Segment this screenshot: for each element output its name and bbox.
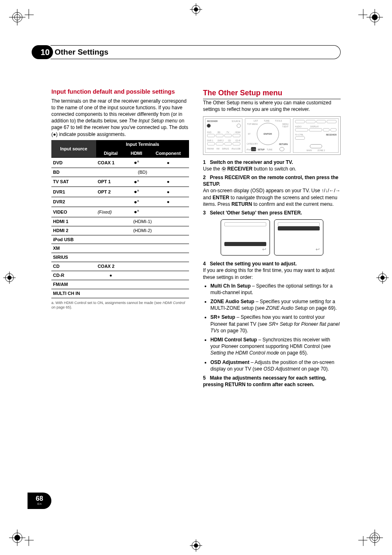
table-cell-hdmi: ●a xyxy=(126,197,148,207)
intro-link: The Input Setup menu xyxy=(129,118,178,124)
table-cell-component xyxy=(148,280,189,289)
list-item: OSD Adjustment – Adjusts the position of… xyxy=(210,359,341,372)
list-item: HDMI Control Setup – Synchronizes this r… xyxy=(210,336,341,357)
table-row: DVR2●a● xyxy=(51,197,189,207)
step2-arrows: ↑/↓/←/→ xyxy=(321,188,340,193)
table-row-source: XM xyxy=(51,244,96,253)
table-cell-digital xyxy=(96,280,126,289)
table-cell-digital: OPT 2 xyxy=(96,187,126,197)
remote-label-list: LIST xyxy=(254,120,258,122)
remote-label-audio: AUDIO xyxy=(295,125,302,128)
remote-label-setup: SETUP xyxy=(258,148,265,151)
table-cell-hdmi xyxy=(126,271,148,280)
table-row: XM xyxy=(51,244,189,253)
remote-label-dvr1: DVR 1 xyxy=(207,139,213,142)
table-cell-hdmi xyxy=(126,235,148,244)
remote-panel-center: LIST TUNE TOOLS TOP MENU MENUT.EDIT ST E… xyxy=(245,118,291,153)
footnote-text-b: on page 65). xyxy=(51,305,72,309)
table-cell-hdmi: ●a xyxy=(126,158,148,168)
table-row-source: HDMI 1 xyxy=(51,217,96,226)
remote-label-cdr: CD-R xyxy=(235,139,241,142)
settings-bullet-list: Multi Ch In Setup – Specifies the option… xyxy=(203,283,341,372)
step4-body: If you are doing this for the first time… xyxy=(203,267,334,280)
table-row-source: DVR2 xyxy=(51,197,96,207)
remote-label-tune-top: TUNE xyxy=(264,120,270,122)
table-row: DVR1OPT 2●a● xyxy=(51,187,189,197)
step-4: 4 Select the setting you want to adjust.… xyxy=(203,260,341,281)
osd-screen-right: ↩ xyxy=(274,219,323,256)
step5-title: Make the adjustments necessary for each … xyxy=(203,375,326,387)
step1-title: Switch on the receiver and your TV. xyxy=(210,159,293,165)
footnote-text-a: a. With HDMI Control set to ON, assignme… xyxy=(51,301,163,305)
remote-label-ipodctrl: iPod CTRL xyxy=(247,148,256,151)
remote-panel-left: RECEIVER SOURCE DVD BD TV HDMI DVR 1 DVR… xyxy=(205,118,242,153)
remote-label-topmenu: TOP MENU xyxy=(247,123,258,126)
table-row-source: VIDEO xyxy=(51,207,96,217)
table-row-source: SIRIUS xyxy=(51,253,96,262)
table-cell-digital: COAX 2 xyxy=(96,262,126,271)
table-cell-digital xyxy=(96,244,126,253)
table-row: CD-R● xyxy=(51,271,189,280)
table-cell-hdmi xyxy=(126,253,148,262)
remote-label-tv: TV xyxy=(226,131,229,134)
footnote-link: HDMI Control xyxy=(163,301,185,305)
remote-label-st: ST xyxy=(248,133,250,136)
step-2: 2 Press RECEIVER on the remote control, … xyxy=(203,174,341,207)
table-cell-component xyxy=(148,271,189,280)
table-row: BD(BD) xyxy=(51,168,189,177)
other-setup-intro: The Other Setup menu is where you can ma… xyxy=(203,99,341,113)
table-header-component: Component xyxy=(148,149,189,158)
chapter-header: 10 Other Settings xyxy=(51,45,341,59)
table-cell-digital: OPT 1 xyxy=(96,177,126,187)
osd-screen-left: ↩ xyxy=(221,219,270,256)
step2-title: Press RECEIVER on the remote control, th… xyxy=(203,175,338,187)
table-cell-hdmi xyxy=(126,289,148,298)
table-cell-hdmi xyxy=(126,244,148,253)
remote-label-tune-bottom: TUNE xyxy=(267,148,272,151)
page-lang: En xyxy=(37,502,42,507)
input-function-intro: The terminals on the rear of the receive… xyxy=(51,98,189,138)
remote-label-fmam: FM/AM xyxy=(207,147,214,150)
table-cell-hdmi xyxy=(126,262,148,271)
remote-label-zone2: ZONE 2 xyxy=(318,149,325,152)
table-row-source: DVD xyxy=(51,158,96,168)
table-cell-digital xyxy=(96,289,126,298)
step4-num: 4 xyxy=(203,261,206,267)
table-cell-hdmi: ●a xyxy=(126,177,148,187)
remote-label-cd: CD xyxy=(228,139,231,142)
remote-label-source: SOURCE xyxy=(232,120,240,123)
remote-dpad-icon: ENTER xyxy=(257,123,279,145)
table-row-source: MULTI CH IN xyxy=(51,289,96,298)
list-item: Multi Ch In Setup – Specifies the option… xyxy=(210,283,341,296)
return-arrow-icon: ↩ xyxy=(316,246,320,253)
step3-num: 3 xyxy=(203,210,206,216)
input-terminals-table: Input source Input Terminals Digital HDM… xyxy=(51,140,189,298)
step2-body-d: to confirm and exit the current menu. xyxy=(252,201,334,207)
table-cell-component xyxy=(148,235,189,244)
crop-mark-bottom-left-icon xyxy=(9,521,34,546)
crop-mark-bottom-center-icon xyxy=(190,539,202,552)
step-3: 3 Select 'Other Setup' then press ENTER. xyxy=(203,210,341,216)
remote-label-category: CATEGORY xyxy=(247,143,258,145)
step3-title: Select 'Other Setup' then press ENTER. xyxy=(210,210,302,216)
step5-num: 5 xyxy=(203,375,206,381)
page-number-badge: 68 En xyxy=(28,493,51,509)
table-row: MULTI CH IN xyxy=(51,289,189,298)
chapter-title: Other Settings xyxy=(51,45,341,59)
table-row-source: HDMI 2 xyxy=(51,226,96,235)
table-cell-digital: (Fixed) xyxy=(96,207,126,217)
table-row-source: BD xyxy=(51,168,96,177)
table-cell-digital: ● xyxy=(96,271,126,280)
table-row-source: CD xyxy=(51,262,96,271)
step-1: 1 Switch on the receiver and your TV. Us… xyxy=(203,159,341,172)
table-cell-digital xyxy=(96,197,126,207)
table-header-digital: Digital xyxy=(96,149,126,158)
step1-num: 1 xyxy=(203,159,206,165)
step1-body-c: button to switch on. xyxy=(252,166,296,172)
table-row: SIRIUS xyxy=(51,253,189,262)
remote-receiver-button-icon xyxy=(207,124,211,128)
power-icon: ⏻ xyxy=(221,167,226,171)
table-row-source: FM/AM xyxy=(51,280,96,289)
remote-label-display: DISPLAY xyxy=(310,125,319,128)
table-cell-component xyxy=(148,289,189,298)
